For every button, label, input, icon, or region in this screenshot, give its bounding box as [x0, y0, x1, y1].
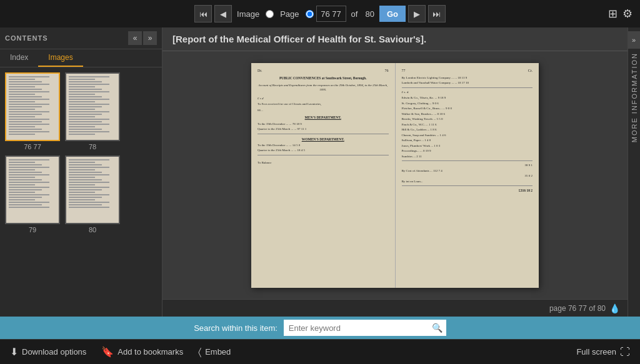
top-navigation-bar: ⏮ ◀ Image Page of 80 Go ▶ ⏭ ⊞ ⚙	[0, 0, 640, 27]
grid-view-button[interactable]: ⊞	[608, 7, 618, 21]
page-info: page 76 77 of 80 💧	[549, 303, 620, 313]
thumb-img-80	[65, 155, 120, 224]
image-label: Image	[237, 9, 259, 19]
thumb-label-79: 79	[29, 226, 36, 234]
download-icon: ⬇	[10, 346, 18, 358]
thumb-label-76-77: 76 77	[24, 143, 41, 150]
page-number-input[interactable]	[316, 6, 346, 22]
left-page-num: 76	[385, 68, 389, 74]
thumb-img-78	[65, 72, 120, 141]
search-submit-button[interactable]: 🔍	[432, 323, 442, 333]
download-label: Download options	[22, 347, 86, 357]
thumbnail-79[interactable]: 79	[5, 155, 60, 234]
go-button[interactable]: Go	[379, 6, 406, 22]
sidebar-nav-buttons: « »	[128, 31, 157, 45]
page-radio[interactable]	[306, 10, 314, 18]
search-input[interactable]	[284, 320, 446, 336]
tab-index[interactable]: Index	[0, 49, 38, 67]
men-dept-title: MEN'S DEPARTMENT.	[258, 115, 389, 120]
main-area: CONTENTS « » Index Images	[0, 27, 640, 317]
last-page-button[interactable]: ⏭	[428, 5, 446, 22]
document-title: [Report of the Medical Officer of Health…	[162, 27, 628, 51]
total-pages: 80	[365, 9, 374, 19]
sidebar-next-button[interactable]: »	[143, 31, 157, 45]
prev-page-button[interactable]: ◀	[214, 5, 232, 22]
bookmark-icon: 🔖	[101, 346, 114, 358]
top-right-icons: ⊞ ⚙	[608, 7, 632, 21]
first-page-button[interactable]: ⏮	[194, 5, 212, 22]
right-page-num: 77	[402, 68, 406, 74]
status-bar: page 76 77 of 80 💧	[162, 299, 628, 317]
thumb-label-80: 80	[89, 226, 96, 234]
thumbnail-76-77[interactable]: 76 77	[5, 72, 60, 150]
thumb-label-78: 78	[89, 143, 96, 150]
search-input-wrap: 🔍	[284, 320, 446, 336]
fullscreen-label: Full screen	[576, 347, 616, 357]
next-page-button[interactable]: ▶	[408, 5, 426, 22]
more-info-sidebar: » MORE INFORMATION	[628, 27, 640, 317]
thumb-img-79	[5, 155, 60, 224]
bottom-bar: ⬇ Download options 🔖 Add to bookmarks 〈 …	[0, 339, 640, 364]
women-dept-title: WOMEN'S DEPARTMENT.	[258, 137, 389, 142]
more-info-collapse-button[interactable]: »	[628, 31, 640, 49]
document-page-spread: Dr. 76 PUBLIC CONVENIENCES at Southwark …	[251, 63, 539, 288]
embed-button[interactable]: 〈 Embed	[198, 347, 231, 358]
bookmark-label: Add to bookmarks	[118, 347, 183, 357]
sidebar-prev-button[interactable]: «	[128, 31, 142, 45]
add-to-bookmarks-button[interactable]: 🔖 Add to bookmarks	[101, 346, 183, 358]
document-page-left: Dr. 76 PUBLIC CONVENIENCES at Southwark …	[251, 63, 396, 288]
download-options-button[interactable]: ⬇ Download options	[10, 346, 86, 358]
document-viewport[interactable]: Dr. 76 PUBLIC CONVENIENCES at Southwark …	[162, 51, 628, 299]
tab-images[interactable]: Images	[38, 49, 82, 67]
fullscreen-icon: ⛶	[620, 347, 630, 358]
droplet-icon: 💧	[609, 303, 620, 313]
image-radio[interactable]	[266, 10, 274, 18]
document-area: [Report of the Medical Officer of Health…	[162, 27, 628, 317]
page-label: Page	[280, 9, 299, 19]
sidebar: CONTENTS « » Index Images	[0, 27, 162, 317]
fullscreen-button[interactable]: Full screen ⛶	[576, 347, 630, 358]
document-page-right: 77 Cr. By London Electric Lighting Compa…	[396, 63, 539, 288]
embed-label: Embed	[205, 347, 231, 357]
of-label: of	[351, 9, 358, 19]
left-page-dr: Dr.	[258, 68, 262, 74]
settings-button[interactable]: ⚙	[622, 7, 632, 21]
thumbnail-80[interactable]: 80	[65, 155, 120, 234]
search-label: Search within this item:	[194, 323, 278, 333]
search-bar: Search within this item: 🔍	[0, 317, 640, 339]
thumb-row-2: 79	[5, 155, 157, 234]
more-info-label[interactable]: MORE INFORMATION	[631, 52, 638, 142]
sidebar-title: CONTENTS	[5, 34, 48, 42]
sidebar-header: CONTENTS « »	[0, 27, 162, 49]
right-page-cr: Cr.	[528, 68, 532, 74]
doc-subheader: Account of Receipts and Expenditures fro…	[258, 83, 389, 92]
tab-bar: Index Images	[0, 49, 162, 67]
page-info-text: page 76 77 of 80	[549, 304, 606, 313]
thumbnail-78[interactable]: 78	[65, 72, 120, 150]
center-header: PUBLIC CONVENIENCES at Southwark Street,…	[258, 76, 389, 81]
embed-icon: 〈	[198, 347, 201, 358]
thumb-row-1: 76 77	[5, 72, 157, 150]
thumb-img-76-77	[5, 72, 60, 141]
thumbnail-area: 76 77	[0, 67, 162, 317]
image-radio-group: Image Page	[234, 9, 314, 19]
